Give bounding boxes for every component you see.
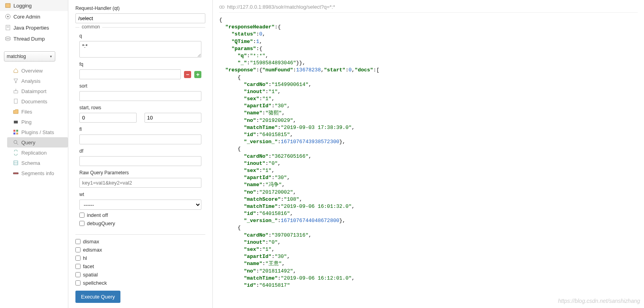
subnav-query[interactable]: Query: [7, 137, 68, 147]
q-input[interactable]: *:*: [79, 41, 201, 58]
chevron-down-icon: ▼: [49, 55, 53, 58]
raw-input[interactable]: [79, 178, 201, 188]
sort-input[interactable]: [79, 91, 201, 101]
indent-off-checkbox[interactable]: indent off: [79, 212, 201, 218]
svg-point-2: [7, 16, 9, 17]
java-props-icon: [5, 24, 11, 31]
subnav-ping[interactable]: Ping: [7, 117, 68, 127]
nav-core-admin[interactable]: Core Admin: [0, 11, 68, 22]
core-selected: matchlog: [7, 54, 26, 59]
svg-rect-0: [6, 4, 10, 7]
svg-line-18: [17, 143, 18, 145]
nav-logging[interactable]: Logging: [0, 0, 68, 11]
schema-icon: [13, 160, 19, 166]
rows-input[interactable]: [145, 113, 202, 123]
raw-label: Raw Query Parameters: [79, 170, 201, 175]
thread-dump-icon: [5, 35, 11, 42]
common-fieldset: common q *:* fq − + sort start, rows fl …: [75, 27, 205, 230]
result-url-bar[interactable]: http://127.0.0.1:8983/solr/matchlog/sele…: [219, 4, 638, 13]
svg-point-6: [6, 37, 10, 38]
logging-icon: [5, 2, 11, 9]
svg-rect-16: [16, 133, 18, 134]
core-sub-nav: Overview Analysis Dataimport Documents F…: [7, 65, 68, 178]
facet-checkbox[interactable]: facet: [75, 263, 205, 269]
wt-label: wt: [79, 192, 201, 197]
start-input[interactable]: [79, 113, 137, 123]
svg-rect-23: [220, 6, 222, 8]
plugins-icon: [13, 129, 19, 135]
subnav-segments[interactable]: Segments info: [7, 168, 68, 178]
svg-rect-13: [13, 130, 15, 132]
result-panel: http://127.0.0.1:8983/solr/matchlog/sele…: [212, 0, 644, 308]
hl-checkbox[interactable]: hl: [75, 255, 205, 261]
subnav-documents[interactable]: Documents: [7, 96, 68, 106]
svg-rect-12: [14, 121, 18, 123]
import-icon: [13, 88, 19, 94]
subnav-plugins[interactable]: Plugins / Stats: [7, 127, 68, 137]
subnav-overview[interactable]: Overview: [7, 65, 68, 76]
ping-icon: [13, 119, 19, 125]
json-response: { "responseHeader":{ "status":0, "QTime"…: [219, 17, 638, 289]
subnav-replication[interactable]: Replication: [7, 147, 68, 158]
funnel-icon: [13, 78, 19, 84]
core-selector[interactable]: matchlog ▼: [4, 51, 55, 62]
fq-remove-button[interactable]: −: [184, 71, 191, 78]
sidebar: Logging Core Admin Java Properties Threa…: [0, 0, 68, 308]
nav-label: Core Admin: [13, 14, 40, 20]
sort-label: sort: [79, 83, 201, 89]
link-icon: [219, 4, 225, 10]
folder-icon: [13, 108, 19, 115]
start-rows-label: start, rows: [79, 105, 201, 110]
qt-input[interactable]: [75, 13, 205, 23]
dismax-checkbox[interactable]: dismax: [75, 239, 205, 245]
svg-point-7: [6, 39, 10, 41]
debug-query-checkbox[interactable]: debugQuery: [79, 220, 201, 226]
svg-rect-10: [14, 91, 18, 93]
svg-rect-11: [14, 99, 17, 103]
replication-icon: [13, 149, 19, 156]
spatial-checkbox[interactable]: spatial: [75, 272, 205, 278]
home-icon: [13, 67, 19, 74]
fq-label: fq: [79, 62, 201, 67]
wt-select[interactable]: ------: [79, 200, 201, 210]
segments-icon: [13, 170, 19, 176]
df-label: df: [79, 148, 201, 154]
fq-add-button[interactable]: +: [194, 71, 201, 78]
fq-input[interactable]: [79, 69, 181, 79]
nav-java-props[interactable]: Java Properties: [0, 22, 68, 33]
svg-rect-15: [13, 133, 15, 134]
result-url: http://127.0.0.1:8983/solr/matchlog/sele…: [227, 4, 335, 10]
watermark: https://blog.csdn.net/sanshizhang: [558, 298, 640, 304]
nav-thread-dump[interactable]: Thread Dump: [0, 33, 68, 44]
document-icon: [13, 98, 19, 105]
execute-query-button[interactable]: Execute Query: [75, 291, 120, 303]
subnav-schema[interactable]: Schema: [7, 158, 68, 168]
subnav-dataimport[interactable]: Dataimport: [7, 86, 68, 96]
svg-rect-24: [222, 6, 224, 8]
query-form: Request-Handler (qt) common q *:* fq − +…: [68, 0, 212, 308]
search-icon: [13, 139, 19, 146]
core-admin-icon: [5, 13, 11, 20]
df-input[interactable]: [79, 156, 201, 166]
subnav-analysis[interactable]: Analysis: [7, 76, 68, 86]
svg-point-17: [14, 140, 17, 144]
nav-label: Thread Dump: [13, 36, 45, 42]
nav-label: Logging: [13, 3, 32, 9]
qt-label: Request-Handler (qt): [75, 6, 205, 11]
common-legend: common: [79, 24, 102, 30]
fl-input[interactable]: [79, 134, 201, 144]
fl-label: fl: [79, 127, 201, 132]
edismax-checkbox[interactable]: edismax: [75, 247, 205, 253]
spellcheck-checkbox[interactable]: spellcheck: [75, 280, 205, 286]
svg-rect-14: [16, 130, 18, 132]
subnav-files[interactable]: Files: [7, 106, 68, 117]
nav-label: Java Properties: [13, 25, 49, 31]
q-label: q: [79, 33, 201, 39]
